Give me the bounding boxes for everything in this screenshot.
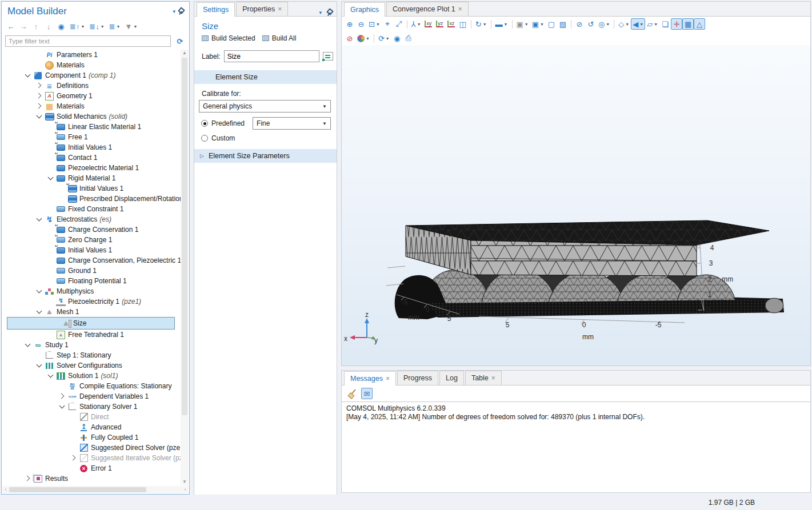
close-tab-icon[interactable]: × (491, 374, 495, 382)
color-palette-icon[interactable]: ▼ (355, 33, 371, 44)
tab-table[interactable]: Table× (465, 371, 502, 385)
section-element-size-parameters[interactable]: ▷ Element Size Parameters (194, 149, 337, 163)
model-tree-node-text-icon[interactable]: ≣▼ (107, 21, 122, 32)
tree-item[interactable]: Geometry 1 (2, 91, 181, 101)
move-down-icon[interactable]: ↓ (43, 21, 54, 32)
show-grid-icon[interactable]: ▦ (682, 18, 694, 30)
tree-item[interactable]: Definitions (2, 81, 181, 91)
scroll-left-icon[interactable]: ‹ (2, 486, 9, 493)
tree-item[interactable]: Initial Values 1 (2, 183, 181, 194)
build-all-button[interactable]: Build All (262, 34, 297, 42)
tree-item[interactable]: Direct (2, 412, 181, 422)
pin-icon[interactable] (326, 9, 333, 16)
view-hidden-icon[interactable]: ◎▼ (597, 18, 611, 30)
show-icon[interactable]: ◉ (55, 21, 67, 32)
tree-item[interactable]: Error 1 (2, 463, 181, 473)
filter-icon[interactable]: ▼▼ (123, 21, 139, 32)
tree-item[interactable]: Step 1: Stationary (2, 350, 181, 360)
tree-item[interactable]: Initial Values 1 (2, 142, 181, 152)
tree-item[interactable]: Solid Mechanics(solid) (2, 111, 181, 122)
tree-item[interactable]: Parameters 1 (2, 50, 181, 60)
messages-log[interactable]: COMSOL Multiphysics 6.2.0.339[May 4, 202… (342, 401, 810, 492)
tree-item[interactable]: Zero Charge 1 (2, 235, 181, 245)
tree-item[interactable]: Suggested Direct Solver (pze1) (2, 443, 181, 453)
transparency-icon[interactable]: ▱▼ (645, 18, 659, 30)
clear-selection-icon[interactable]: ▨ (557, 18, 569, 30)
chevron-closed-icon[interactable] (34, 101, 45, 111)
tree-item[interactable]: Linear Elastic Material 1 (2, 122, 181, 132)
pin-icon[interactable] (178, 8, 185, 15)
zoom-out-icon[interactable]: ⊖ (355, 18, 367, 30)
clear-messages-icon[interactable] (346, 388, 358, 399)
tree-item[interactable]: Prescribed Displacement/Rotation (2, 194, 181, 204)
move-up-icon[interactable]: ↑ (30, 21, 42, 32)
chevron-open-icon[interactable] (34, 214, 45, 224)
panel-menu-icon[interactable]: ▾ (173, 9, 175, 14)
go-to-default-view-icon[interactable]: ⅄▼ (410, 18, 423, 30)
tree-item[interactable]: Results (2, 473, 181, 484)
show-axes-icon[interactable]: ✛ (671, 18, 682, 30)
tab-graphics[interactable]: Graphics (344, 2, 385, 17)
tab-log[interactable]: Log (439, 371, 464, 385)
predefined-select[interactable]: Fine ▼ (253, 117, 331, 130)
zoom-in-icon[interactable]: ⊕ (344, 18, 355, 30)
tree-item[interactable]: Compile Equations: Stationary (2, 381, 181, 391)
tab-settings[interactable]: Settings (197, 2, 235, 17)
tree-item[interactable]: Size (7, 317, 175, 330)
camera-icon[interactable]: ◫ (457, 18, 469, 30)
bounding-box-icon[interactable]: ❏ (659, 18, 671, 30)
tree-item[interactable]: Dependent Variables 1 (2, 391, 181, 401)
chevron-open-icon[interactable] (34, 111, 45, 122)
tree-item[interactable]: Piezoelectric Material 1 (2, 163, 181, 173)
select-previous-icon[interactable]: ▣▼ (515, 18, 530, 30)
tree-item[interactable]: Electrostatics(es) (2, 214, 181, 224)
tree-item[interactable]: Fully Coupled 1 (2, 432, 181, 443)
graphics-canvas[interactable]: 432mm10-50mm550-5mmzxy (342, 45, 810, 366)
reset-hiding-icon[interactable]: ↺ (585, 18, 597, 30)
filter-input[interactable] (5, 35, 171, 47)
chevron-open-icon[interactable] (34, 360, 45, 371)
refresh-icon[interactable]: ⟳ (174, 35, 186, 47)
chevron-open-icon[interactable] (34, 286, 45, 296)
forward-icon[interactable]: → (18, 21, 29, 32)
chevron-open-icon[interactable] (46, 173, 56, 183)
tab-messages[interactable]: Messages× (344, 371, 396, 385)
chevron-closed-icon[interactable] (57, 391, 67, 401)
scroll-down-icon[interactable]: ▼ (181, 479, 189, 485)
show-mesh-icon[interactable]: △ (694, 18, 705, 30)
tree-item[interactable]: Component 1(comp 1) (2, 70, 181, 81)
tree-item[interactable]: Solver Configurations (2, 360, 181, 371)
chevron-closed-icon[interactable] (23, 473, 33, 484)
tree-item[interactable]: Mesh 1 (2, 307, 181, 317)
tab-properties[interactable]: Properties× (236, 2, 288, 16)
tree-item[interactable]: Floating Potential 1 (2, 276, 181, 286)
scroll-up-icon[interactable]: ▲ (181, 50, 189, 57)
tree-item[interactable]: Fixed Constraint 1 (2, 204, 181, 214)
select-color-off-icon[interactable]: ⊘ (344, 33, 355, 44)
chevron-closed-icon[interactable] (34, 91, 45, 101)
chevron-open-icon[interactable] (23, 70, 33, 81)
tree-item[interactable]: Multiphysics (2, 286, 181, 296)
rotate-icon[interactable]: ↻▼ (474, 18, 489, 30)
select-box-icon[interactable]: ▢ (546, 18, 557, 30)
close-tab-icon[interactable]: × (458, 5, 462, 13)
build-selected-button[interactable]: Build Selected (202, 34, 255, 42)
tree-item[interactable]: Materials (2, 101, 181, 111)
tree-item[interactable]: Suggested Iterative Solver (pze1) (2, 453, 181, 463)
custom-radio[interactable] (201, 135, 208, 142)
tree-item[interactable]: Contact 1 (2, 152, 181, 163)
view-xz-icon[interactable]: xz (446, 18, 457, 30)
scrollbar-thumb[interactable] (9, 487, 146, 492)
panel-menu-icon[interactable]: ▾ (319, 10, 322, 15)
tree-horizontal-scrollbar[interactable]: ‹ › (2, 486, 189, 493)
view-yz-icon[interactable]: yz (434, 18, 446, 30)
chevron-open-icon[interactable] (23, 340, 33, 350)
tree-item[interactable]: Ground 1 (2, 266, 181, 276)
zoom-extents-icon[interactable]: ⤢ (393, 18, 405, 30)
select-next-icon[interactable]: ▣▼ (530, 18, 546, 30)
expand-all-icon[interactable]: ≣↑▼ (68, 21, 86, 32)
section-element-size[interactable]: Element Size (194, 70, 337, 84)
tab-convergence-plot-1[interactable]: Convergence Plot 1× (386, 2, 469, 16)
calibrate-select[interactable]: General physics ▼ (199, 100, 331, 113)
close-tab-icon[interactable]: × (278, 5, 282, 13)
